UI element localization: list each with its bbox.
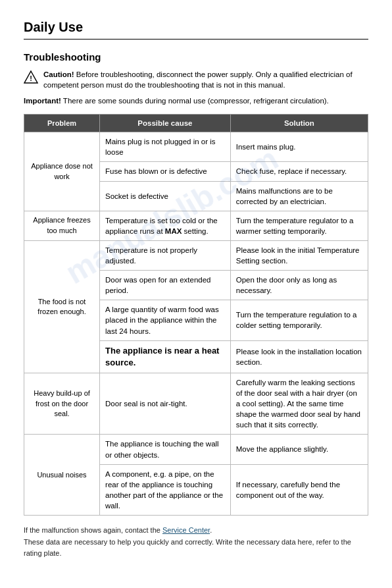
solution-cell: Check fuse, replace if necessary. xyxy=(230,162,368,181)
cause-cell: A large quantity of warm food was placed… xyxy=(100,300,231,340)
cause-cell: Door was open for an extended period. xyxy=(100,271,231,300)
solution-cell: Turn the temperature regulator to a warm… xyxy=(230,211,368,240)
solution-cell: Please look in the installation location… xyxy=(230,340,368,373)
important-label: Important! xyxy=(24,97,61,105)
cause-cell: A component, e.g. a pipe, on the rear of… xyxy=(100,464,231,515)
cause-cell-highlighted: The appliance is near a heat source. xyxy=(100,340,231,373)
col-header-solution: Solution xyxy=(230,115,368,132)
cause-cell: Temperature is not properly adjusted. xyxy=(100,240,231,270)
caution-box: ! Caution! Before troubleshooting, disco… xyxy=(24,69,368,90)
solution-cell: Please look in the initial Temperature S… xyxy=(230,240,368,270)
cause-cell: Door seal is not air-tight. xyxy=(100,373,231,434)
cause-cell: The appliance is touching the wall or ot… xyxy=(100,435,231,464)
cause-cell: Temperature is set too cold or the appli… xyxy=(100,211,231,240)
cause-cell: Fuse has blown or is defective xyxy=(100,162,231,181)
cause-cell: Socket is defective xyxy=(100,181,231,211)
solution-cell: Move the appliance slightly. xyxy=(230,435,368,464)
table-row: Heavy build-up of frost on the door seal… xyxy=(24,373,368,434)
col-header-problem: Problem xyxy=(24,115,100,132)
solution-cell: Carefully warm the leaking sections of t… xyxy=(230,373,368,434)
solution-cell: Turn the temperature regulation to a col… xyxy=(230,300,368,340)
caution-body: Before troubleshooting, disconnect the p… xyxy=(43,70,353,89)
solution-cell: If necessary, carefully bend the compone… xyxy=(230,464,368,515)
important-text: Important! There are some sounds during … xyxy=(24,95,368,106)
svg-text:!: ! xyxy=(30,74,32,82)
solution-cell: Insert mains plug. xyxy=(230,132,368,162)
caution-text: Caution! Before troubleshooting, disconn… xyxy=(43,69,368,90)
cause-cell: Mains plug is not plugged in or is loose xyxy=(100,132,231,162)
problem-cell: Heavy build-up of frost on the door seal… xyxy=(24,373,100,434)
footer: If the malfunction shows again, contact … xyxy=(24,525,368,560)
caution-icon: ! xyxy=(24,70,38,84)
solution-cell: Open the door only as long as necessary. xyxy=(230,271,368,300)
important-body: There are some sounds during normal use … xyxy=(63,97,329,105)
table-row: The food is not frozen enough. Temperatu… xyxy=(24,240,368,270)
footer-line1: If the malfunction shows again, contact … xyxy=(24,525,368,537)
table-row: Unusual noises The appliance is touching… xyxy=(24,435,368,464)
col-header-cause: Possible cause xyxy=(100,115,231,132)
caution-label: Caution! xyxy=(43,70,74,78)
problem-cell: Appliance dose not work xyxy=(24,132,100,211)
footer-line2: These data are necessary to help you qui… xyxy=(24,537,368,560)
problem-cell: The food is not frozen enough. xyxy=(24,240,100,373)
table-row: Appliance freezes too much Temperature i… xyxy=(24,211,368,240)
problem-cell: Unusual noises xyxy=(24,435,100,516)
table-row: Appliance dose not work Mains plug is no… xyxy=(24,132,368,162)
section-title: Troubleshooting xyxy=(24,51,368,63)
page-title: Daily Use xyxy=(24,20,368,40)
solution-cell: Mains malfunctions are to be corrected b… xyxy=(230,181,368,211)
problem-cell: Appliance freezes too much xyxy=(24,211,100,240)
troubleshooting-table: Problem Possible cause Solution Applianc… xyxy=(24,114,368,516)
